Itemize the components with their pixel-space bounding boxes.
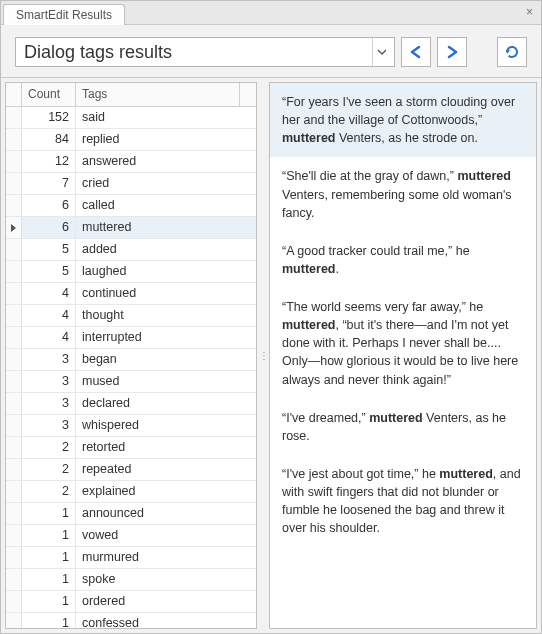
cell-tag: cried (76, 173, 256, 194)
cell-tag: vowed (76, 525, 256, 546)
row-indicator (6, 481, 22, 502)
cell-count: 152 (22, 107, 76, 128)
cell-count: 3 (22, 349, 76, 370)
cell-tag: retorted (76, 437, 256, 458)
table-row[interactable]: 3whispered (6, 415, 256, 437)
refresh-button[interactable] (497, 37, 527, 67)
cell-count: 4 (22, 305, 76, 326)
quote-list[interactable]: “For years I've seen a storm clouding ov… (269, 82, 537, 629)
cell-count: 3 (22, 415, 76, 436)
cell-tag: thought (76, 305, 256, 326)
splitter-handle[interactable]: ⋮ (257, 78, 269, 633)
table-row[interactable]: 4thought (6, 305, 256, 327)
row-indicator (6, 129, 22, 150)
cell-tag: murmured (76, 547, 256, 568)
quote-item[interactable]: “I've dreamed,” muttered Venters, as he … (270, 399, 536, 455)
quote-item[interactable]: “She'll die at the gray of dawn,” mutter… (270, 157, 536, 231)
forward-button[interactable] (437, 37, 467, 67)
table-row[interactable]: 4continued (6, 283, 256, 305)
table-row[interactable]: 2retorted (6, 437, 256, 459)
tab-smartedit-results[interactable]: SmartEdit Results (3, 4, 125, 25)
cell-tag: ordered (76, 591, 256, 612)
content-area: Count Tags 152said84replied12answered7cr… (1, 77, 541, 633)
toolbar: Dialog tags results (1, 25, 541, 77)
cell-tag: replied (76, 129, 256, 150)
cell-count: 3 (22, 393, 76, 414)
col-header-tags[interactable]: Tags (76, 83, 240, 106)
quote-item[interactable]: “A good tracker could trail me,” he mutt… (270, 232, 536, 288)
row-indicator (6, 613, 22, 628)
table-row[interactable]: 3declared (6, 393, 256, 415)
table-row[interactable]: 5added (6, 239, 256, 261)
table-row[interactable]: 1ordered (6, 591, 256, 613)
row-indicator (6, 305, 22, 326)
cell-count: 4 (22, 283, 76, 304)
chevron-down-icon[interactable] (372, 38, 386, 66)
cell-count: 12 (22, 151, 76, 172)
table-row[interactable]: 152said (6, 107, 256, 129)
cell-tag: repeated (76, 459, 256, 480)
cell-tag: said (76, 107, 256, 128)
row-indicator (6, 349, 22, 370)
row-indicator (6, 415, 22, 436)
cell-count: 3 (22, 371, 76, 392)
table-row[interactable]: 2explained (6, 481, 256, 503)
table-row[interactable]: 2repeated (6, 459, 256, 481)
cell-tag: announced (76, 503, 256, 524)
cell-count: 84 (22, 129, 76, 150)
row-indicator (6, 195, 22, 216)
cell-count: 2 (22, 437, 76, 458)
cell-tag: called (76, 195, 256, 216)
smartedit-results-panel: SmartEdit Results × Dialog tags results (0, 0, 542, 634)
table-row[interactable]: 3mused (6, 371, 256, 393)
cell-tag: answered (76, 151, 256, 172)
row-indicator (6, 591, 22, 612)
tab-label: SmartEdit Results (16, 8, 112, 22)
table-row[interactable]: 1announced (6, 503, 256, 525)
table-row[interactable]: 1murmured (6, 547, 256, 569)
row-indicator (6, 283, 22, 304)
table-row[interactable]: 1spoke (6, 569, 256, 591)
table-row[interactable]: 1confessed (6, 613, 256, 628)
svg-marker-0 (506, 50, 510, 54)
table-row[interactable]: 84replied (6, 129, 256, 151)
close-icon[interactable]: × (526, 5, 533, 19)
cell-count: 5 (22, 239, 76, 260)
tab-strip: SmartEdit Results × (1, 1, 541, 25)
col-header-count[interactable]: Count (22, 83, 76, 106)
row-indicator (6, 393, 22, 414)
row-indicator (6, 569, 22, 590)
cell-count: 7 (22, 173, 76, 194)
cell-tag: spoke (76, 569, 256, 590)
arrow-left-icon (407, 45, 425, 59)
row-indicator (6, 217, 22, 238)
quote-item[interactable]: “The world seems very far away,” he mutt… (270, 288, 536, 399)
cell-tag: whispered (76, 415, 256, 436)
row-indicator (6, 437, 22, 458)
cell-tag: confessed (76, 613, 256, 628)
cell-tag: began (76, 349, 256, 370)
cell-count: 1 (22, 591, 76, 612)
cell-tag: mused (76, 371, 256, 392)
cell-count: 5 (22, 261, 76, 282)
row-indicator (6, 107, 22, 128)
cell-count: 2 (22, 459, 76, 480)
table-row[interactable]: 6muttered (6, 217, 256, 239)
quote-item[interactable]: “I've jest about got time,” he muttered,… (270, 455, 536, 548)
row-indicator (6, 525, 22, 546)
table-body[interactable]: 152said84replied12answered7cried6called6… (6, 107, 256, 628)
table-row[interactable]: 5laughed (6, 261, 256, 283)
row-indicator (6, 151, 22, 172)
table-row[interactable]: 12answered (6, 151, 256, 173)
back-button[interactable] (401, 37, 431, 67)
quote-item[interactable]: “For years I've seen a storm clouding ov… (270, 83, 536, 157)
table-row[interactable]: 3began (6, 349, 256, 371)
table-row[interactable]: 7cried (6, 173, 256, 195)
table-row[interactable]: 6called (6, 195, 256, 217)
cell-count: 6 (22, 195, 76, 216)
row-indicator (6, 459, 22, 480)
table-row[interactable]: 1vowed (6, 525, 256, 547)
table-row[interactable]: 4interrupted (6, 327, 256, 349)
results-dropdown[interactable]: Dialog tags results (15, 37, 395, 67)
row-indicator (6, 371, 22, 392)
